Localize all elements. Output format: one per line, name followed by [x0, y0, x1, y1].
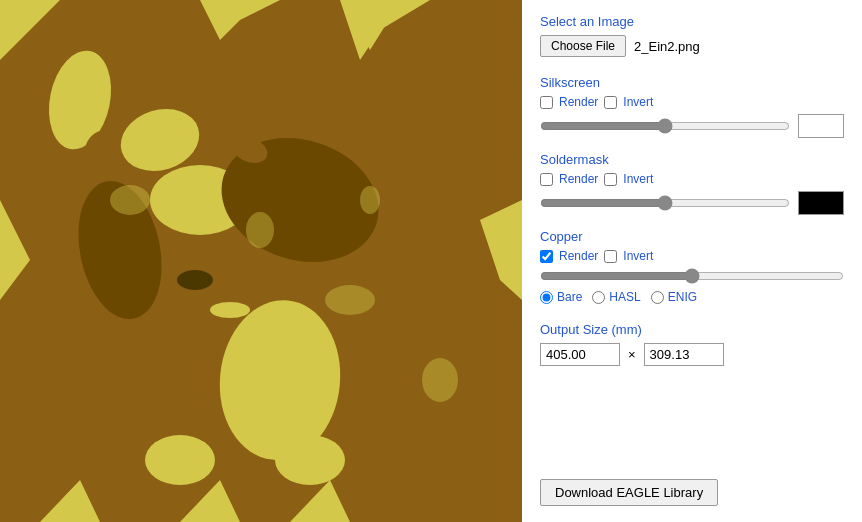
hasl-radio[interactable]	[592, 291, 605, 304]
bare-label: Bare	[557, 290, 582, 304]
hasl-label: HASL	[609, 290, 640, 304]
copper-finish-row: Bare HASL ENIG	[540, 290, 844, 304]
soldermask-slider-row	[540, 191, 844, 215]
copper-title: Copper	[540, 229, 844, 244]
silkscreen-invert-checkbox[interactable]	[604, 96, 617, 109]
soldermask-slider[interactable]	[540, 195, 790, 211]
copper-slider-row	[540, 268, 844, 284]
file-name-display: 2_Ein2.png	[634, 39, 700, 54]
soldermask-check-row: Render Invert	[540, 172, 844, 186]
file-row: Choose File 2_Ein2.png	[540, 35, 844, 57]
enig-radio-group: ENIG	[651, 290, 697, 304]
silkscreen-color-box[interactable]	[798, 114, 844, 138]
silkscreen-title: Silkscreen	[540, 75, 844, 90]
copper-invert-label: Invert	[623, 249, 653, 263]
soldermask-invert-checkbox[interactable]	[604, 173, 617, 186]
enig-label: ENIG	[668, 290, 697, 304]
size-separator: ×	[628, 347, 636, 362]
image-panel	[0, 0, 522, 522]
hasl-radio-group: HASL	[592, 290, 640, 304]
silkscreen-section: Silkscreen Render Invert	[540, 75, 844, 138]
download-eagle-button[interactable]: Download EAGLE Library	[540, 479, 718, 506]
silkscreen-check-row: Render Invert	[540, 95, 844, 109]
controls-panel: Select an Image Choose File 2_Ein2.png S…	[522, 0, 862, 522]
select-image-label: Select an Image	[540, 14, 844, 29]
output-size-section: Output Size (mm) ×	[540, 322, 844, 366]
silkscreen-slider-row	[540, 114, 844, 138]
silkscreen-slider[interactable]	[540, 118, 790, 134]
copper-render-checkbox[interactable]	[540, 250, 553, 263]
bare-radio-group: Bare	[540, 290, 582, 304]
silkscreen-render-label: Render	[559, 95, 598, 109]
copper-check-row: Render Invert	[540, 249, 844, 263]
copper-slider[interactable]	[540, 268, 844, 284]
bare-radio[interactable]	[540, 291, 553, 304]
silkscreen-render-checkbox[interactable]	[540, 96, 553, 109]
copper-section: Copper Render Invert Bare HASL ENIG	[540, 229, 844, 304]
copper-render-label: Render	[559, 249, 598, 263]
soldermask-color-box[interactable]	[798, 191, 844, 215]
enig-radio[interactable]	[651, 291, 664, 304]
output-size-label: Output Size (mm)	[540, 322, 844, 337]
size-row: ×	[540, 343, 844, 366]
soldermask-render-checkbox[interactable]	[540, 173, 553, 186]
copper-invert-checkbox[interactable]	[604, 250, 617, 263]
soldermask-title: Soldermask	[540, 152, 844, 167]
soldermask-invert-label: Invert	[623, 172, 653, 186]
soldermask-section: Soldermask Render Invert	[540, 152, 844, 215]
silkscreen-invert-label: Invert	[623, 95, 653, 109]
height-input[interactable]	[644, 343, 724, 366]
soldermask-render-label: Render	[559, 172, 598, 186]
choose-file-button[interactable]: Choose File	[540, 35, 626, 57]
width-input[interactable]	[540, 343, 620, 366]
